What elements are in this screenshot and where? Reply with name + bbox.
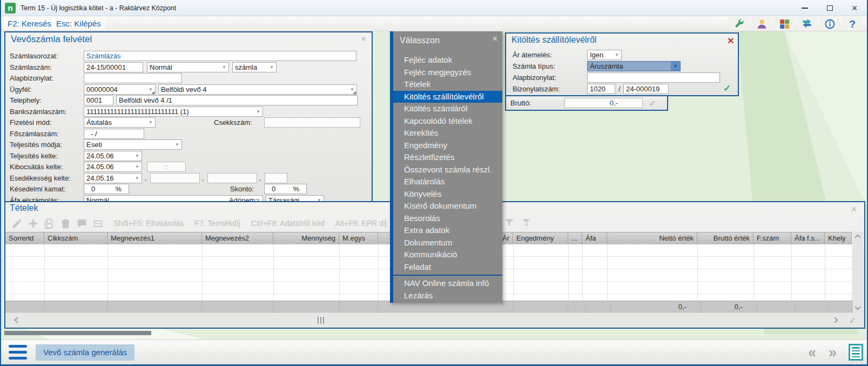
close-window-button[interactable]: × <box>842 0 867 16</box>
menu-item-12[interactable]: Könyvelés <box>393 188 502 201</box>
menu-item-7[interactable]: Kerekítés <box>393 127 502 139</box>
column-header-5[interactable]: Mennyiség <box>273 232 339 244</box>
check-number-input[interactable] <box>264 117 360 128</box>
doc-type-select[interactable]: számla▼ <box>232 62 277 72</box>
transfer-button[interactable] <box>797 17 817 30</box>
column-header-3[interactable]: Megnevezés1 <box>107 232 202 244</box>
menu-item-16[interactable]: Dokumentum <box>393 237 502 249</box>
column-header-13[interactable]: F.szám <box>753 232 791 244</box>
fill-base-document-input[interactable] <box>587 72 720 83</box>
column-header-11[interactable]: Nettó érték <box>607 232 697 244</box>
site-code-input[interactable]: 0001 <box>84 95 113 105</box>
menu-item-18[interactable]: Feladat <box>393 261 502 274</box>
menu-item-13[interactable]: Kísérő dokumentum <box>393 200 502 212</box>
menu-item-6[interactable]: Kapcsolódó tételek <box>393 115 502 128</box>
column-header-10[interactable]: Áfa <box>582 232 607 244</box>
fill-panel-close-icon[interactable]: × <box>728 35 734 46</box>
menu-item-5[interactable]: Kitöltés számláról <box>393 103 502 115</box>
column-header-12[interactable]: Bruttó érték <box>697 232 753 244</box>
base-document-input[interactable] <box>84 73 182 83</box>
items-panel-close-icon[interactable]: × <box>851 204 857 214</box>
late-interest-input[interactable]: 0% <box>84 184 129 194</box>
invoice-panel-close-icon[interactable]: × <box>360 34 366 44</box>
document-list-icon[interactable] <box>849 344 863 361</box>
issue-time-input[interactable]: : <box>147 162 186 172</box>
page-first-icon[interactable]: « <box>808 342 816 363</box>
vertical-scrollbar[interactable] <box>853 232 863 312</box>
menu-item-2[interactable]: Fejléc megjegyzés <box>393 66 502 79</box>
price-transfer-select[interactable]: Igen▼ <box>587 50 622 60</box>
menu-item-15[interactable]: Extra adatok <box>393 224 502 237</box>
document-number-prefix-input[interactable]: 1020 <box>587 84 615 94</box>
column-header-9[interactable]: ... <box>568 232 582 244</box>
window-hscrollbar-thumb[interactable] <box>4 331 151 335</box>
delete-item-button[interactable] <box>57 217 73 230</box>
menu-item-9[interactable]: Részletfizetés <box>393 151 502 164</box>
menu-item-search[interactable]: F2: Keresés <box>3 18 56 30</box>
scroll-left-icon[interactable] <box>14 317 20 323</box>
site-name-input[interactable]: Belföldi vevő 4 /1 <box>116 95 358 105</box>
user-button[interactable] <box>751 17 772 30</box>
fulfillment-mode-select[interactable]: Eseti▼ <box>84 139 182 150</box>
menu-item-10[interactable]: Összevont számla részl. <box>393 164 502 176</box>
edit-item-button[interactable] <box>9 217 25 230</box>
issue-date-select[interactable]: 24.05.06▼ <box>84 162 142 172</box>
column-header-8[interactable]: Engedmény <box>513 232 568 244</box>
barcode-box-button[interactable] <box>90 217 106 230</box>
menu-item-11[interactable]: Elhatárolás <box>393 176 502 188</box>
menu-item-17[interactable]: Kommunikáció <box>393 249 502 261</box>
customer-code-combo[interactable]: 00000004▼◢ <box>84 84 156 95</box>
modules-button[interactable] <box>774 17 795 30</box>
due-extra-1-input[interactable] <box>150 173 200 183</box>
payment-method-select[interactable]: Átutalás▼ <box>84 117 156 128</box>
document-number-input[interactable]: 24-000019 <box>623 84 669 94</box>
column-header-2[interactable]: Cikkszám <box>44 232 107 244</box>
scroll-up-icon[interactable] <box>854 234 860 240</box>
menu-hamburger-icon[interactable] <box>9 345 27 360</box>
invoice-number-input[interactable]: 24-15/00001 <box>84 62 143 72</box>
scrollbar-grip[interactable] <box>318 317 324 324</box>
copy-item-button[interactable] <box>41 217 57 230</box>
customer-name-combo[interactable]: Belföldi vevő 4▼◢ <box>158 84 357 95</box>
add-item-button[interactable] <box>25 217 41 230</box>
column-header-14[interactable]: Áfa f.s... <box>791 232 825 244</box>
generate-invoice-button[interactable]: Vevő számla generálás <box>36 344 134 361</box>
menu-item-1[interactable]: Fejléc adatok <box>393 54 502 66</box>
info-button[interactable] <box>819 17 840 30</box>
minimize-button[interactable] <box>792 0 817 16</box>
menu-item-14[interactable]: Besorolás <box>393 212 502 225</box>
menu-item-4[interactable]: Kitöltés szállítólevélről <box>393 91 502 103</box>
horizontal-scrollbar[interactable]: ✓ <box>5 313 863 328</box>
series-input[interactable]: Számlázás <box>84 51 356 61</box>
scroll-down-icon[interactable] <box>854 304 860 310</box>
menu-item-8[interactable]: Engedmény <box>393 139 502 152</box>
main-account-input[interactable]: - / <box>84 129 144 139</box>
scroll-right-icon[interactable] <box>832 317 838 323</box>
menu-item-exit[interactable]: Esc: Kilépés <box>52 18 105 30</box>
column-header-6[interactable]: M.egys <box>339 232 378 244</box>
column-header-15[interactable]: Khely <box>825 232 852 244</box>
page-last-icon[interactable]: » <box>829 342 837 363</box>
funnel-clear-icon <box>521 217 532 228</box>
invoice-type-select-highlighted[interactable]: Áruszámla▼ <box>587 61 681 71</box>
help-button[interactable]: ? <box>842 17 863 30</box>
comment-button[interactable] <box>73 217 90 230</box>
due-extra-3-input[interactable] <box>265 173 287 183</box>
confirm-check-button[interactable]: ✓ <box>723 84 731 93</box>
settings-wrench-button[interactable] <box>729 17 749 30</box>
invoice-kind-select[interactable]: Normál▼ <box>147 62 229 72</box>
maximize-button[interactable] <box>817 0 842 16</box>
due-date-select[interactable]: 24.05.16▼ <box>84 173 142 183</box>
due-extra-2-input[interactable] <box>207 173 257 183</box>
menu-footer-item-1[interactable]: NAV Online számla infó <box>393 277 502 290</box>
chooser-close-icon[interactable]: × <box>493 35 497 43</box>
skonto-input[interactable]: 0% <box>264 184 307 194</box>
menu-footer-item-2[interactable]: Lezárás <box>393 290 502 302</box>
filter-button[interactable] <box>502 216 516 229</box>
clear-filter-button[interactable] <box>520 216 534 229</box>
fulfillment-date-select[interactable]: 24.05.06▼ <box>84 151 142 161</box>
column-header-1[interactable]: Sorrend▲ <box>5 232 44 244</box>
bank-account-select[interactable]: 111111111111111111111111111 (1)▼ <box>84 107 263 117</box>
column-header-4[interactable]: Megnevezés2 <box>202 232 273 244</box>
menu-item-3[interactable]: Tételek <box>393 78 502 91</box>
